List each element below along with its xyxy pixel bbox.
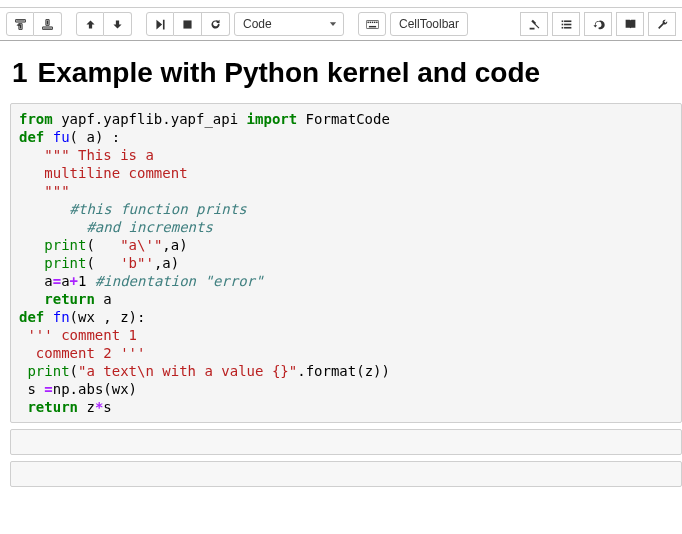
code-content[interactable]: from yapf.yapflib.yapf_api import Format…: [19, 110, 673, 416]
svg-rect-7: [368, 25, 375, 26]
keyboard-group: [358, 12, 386, 36]
keyboard-button[interactable]: [358, 12, 386, 36]
insert-cell-below-button[interactable]: [34, 12, 62, 36]
list-icon: [560, 18, 573, 31]
right-toolbar-group: [520, 12, 676, 36]
notebook-area: 1 Example with Python kernel and code fr…: [0, 41, 682, 501]
empty-cell-2[interactable]: [10, 461, 682, 487]
keyboard-icon: [366, 18, 379, 31]
run-control-group: [146, 12, 230, 36]
svg-rect-2: [367, 21, 368, 22]
cell-type-select-wrap: Code: [234, 12, 344, 36]
insert-cell-above-button[interactable]: [6, 12, 34, 36]
code-cell[interactable]: from yapf.yapflib.yapf_api import Format…: [10, 103, 682, 423]
svg-rect-0: [183, 20, 191, 28]
restart-kernel-button[interactable]: [202, 12, 230, 36]
top-border: [0, 0, 682, 8]
gavel-button[interactable]: [520, 12, 548, 36]
refresh-icon: [592, 18, 605, 31]
cell-toolbar-button[interactable]: CellToolbar: [390, 12, 468, 36]
list-button[interactable]: [552, 12, 580, 36]
arrow-up-icon: [84, 18, 97, 31]
move-cell-group: [76, 12, 132, 36]
stop-icon: [181, 18, 194, 31]
wrench-icon: [656, 18, 669, 31]
heading-number: 1: [12, 57, 28, 89]
svg-rect-3: [369, 21, 370, 22]
svg-rect-6: [376, 21, 377, 22]
heading-cell: 1 Example with Python kernel and code: [12, 57, 682, 89]
move-cell-down-button[interactable]: [104, 12, 132, 36]
move-cell-up-button[interactable]: [76, 12, 104, 36]
svg-rect-13: [564, 26, 571, 28]
empty-cell-1[interactable]: [10, 429, 682, 455]
insert-cell-group: [6, 12, 62, 36]
wrench-button[interactable]: [648, 12, 676, 36]
svg-rect-5: [373, 21, 374, 22]
insert-above-icon: [14, 18, 27, 31]
book-icon: [624, 18, 637, 31]
svg-rect-8: [561, 20, 563, 22]
step-forward-icon: [154, 18, 167, 31]
heading-text: Example with Python kernel and code: [38, 57, 541, 89]
svg-rect-9: [564, 20, 571, 22]
svg-rect-12: [561, 26, 563, 28]
toolbar: Code CellToolbar: [0, 8, 682, 41]
insert-below-icon: [41, 18, 54, 31]
svg-rect-4: [371, 21, 372, 22]
repeat-icon: [209, 18, 222, 31]
run-cell-button[interactable]: [146, 12, 174, 36]
svg-rect-10: [561, 23, 563, 25]
interrupt-kernel-button[interactable]: [174, 12, 202, 36]
arrow-down-icon: [111, 18, 124, 31]
cell-type-select[interactable]: Code: [234, 12, 344, 36]
gavel-icon: [528, 18, 541, 31]
svg-rect-11: [564, 23, 571, 25]
book-button[interactable]: [616, 12, 644, 36]
refresh-button[interactable]: [584, 12, 612, 36]
